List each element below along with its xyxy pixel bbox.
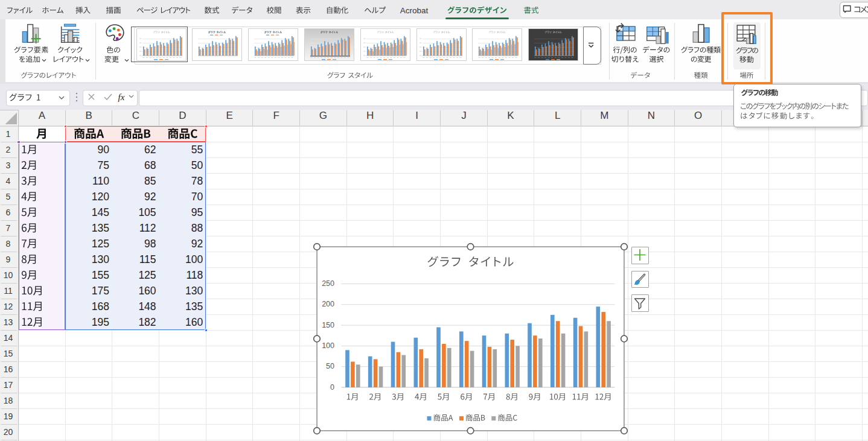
svg-text:Acrobat: Acrobat <box>400 6 429 15</box>
